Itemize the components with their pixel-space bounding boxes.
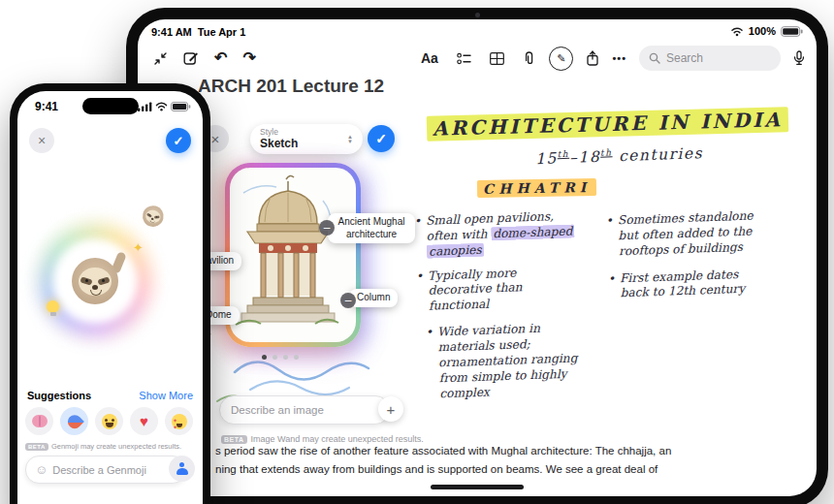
add-image-button[interactable]: + [378,396,403,422]
generated-image-frame [225,163,361,347]
note-section-chhatri: CHHATRI [477,179,597,197]
laughing-face-icon [102,414,117,429]
pencil-icon: ✎ [557,53,565,64]
carousel-dot[interactable] [294,355,299,360]
bullet-marker: • [416,268,425,315]
genmoji-disclaimer: BETA Genmoji may create unexpected resul… [25,442,181,451]
plus-icon: + [387,401,396,418]
battery-icon [171,102,191,111]
describe-image-placeholder: Describe an image [231,404,324,416]
share-icon[interactable] [586,50,599,66]
suggestions-row: ♥ [25,407,193,435]
remove-tag-button[interactable]: – [340,293,356,308]
minus-icon: – [324,221,331,236]
dynamic-island [82,98,139,114]
ipad-camera [475,13,480,17]
table-icon[interactable] [490,52,504,65]
minus-icon: – [345,294,352,308]
show-more-link[interactable]: Show More [139,390,193,401]
search-placeholder: Search [666,51,703,65]
wifi-icon [730,26,744,37]
bullet-item: • First example dates back to 12th centu… [608,267,762,302]
suggestion-paintbrush-selected[interactable] [60,407,88,435]
sparkle-icon: ✦ [133,240,144,255]
attachment-paperclip-icon[interactable] [523,51,535,66]
bullet-marker: • [605,214,614,261]
style-value: Sketch [260,138,298,150]
genmoji-close-button[interactable]: × [29,128,54,153]
describe-genmoji-input[interactable]: ☺ Describe a Genmoji [25,456,186,484]
paintbrush-comet-icon [65,412,84,431]
tag-chip-column[interactable]: – Column [349,289,398,307]
note-bullets-right: • Sometimes standalone but often added t… [605,208,761,302]
genmoji-confirm-button[interactable]: ✓ [166,128,191,153]
battery-icon [781,26,803,37]
undo-icon[interactable]: ↶ [214,50,227,66]
suggestion-star-struck[interactable] [165,407,193,435]
describe-genmoji-placeholder: Describe a Genmoji [52,464,146,476]
more-options-button[interactable]: ••• [612,53,626,64]
describe-image-input[interactable]: Describe an image [219,395,390,425]
bullet-marker: • [608,271,616,302]
style-picker[interactable]: Style Sketch ▲ ▼ [250,124,363,154]
suggestion-laughing[interactable] [95,407,123,435]
close-icon: × [211,131,220,147]
carousel-dot[interactable] [283,355,288,360]
check-icon: ✓ [375,131,387,146]
microphone-icon[interactable] [793,50,805,66]
stage: 9:41 AM Tue Apr 1 100% ↶ [0,0,834,504]
beta-badge: BETA [25,443,48,451]
note-title: ARCH 201 Lecture 12 [198,76,384,97]
format-text-button[interactable]: Aa [421,51,438,65]
suggestion-brain[interactable] [25,407,53,435]
note-body-text: s period saw the rise of another feature… [215,442,773,479]
person-icon [176,462,189,475]
iphone-status-time: 9:41 [35,100,58,113]
compose-icon[interactable] [183,50,199,66]
bullet-item: • Sometimes standalone but often added t… [605,208,760,260]
remove-tag-button[interactable]: – [319,220,335,236]
ipad-status-date: Tue Apr 1 [198,26,246,38]
suggestion-heart[interactable]: ♥ [130,407,158,435]
smiley-icon: ☺ [35,463,48,476]
chevron-down-icon: ▼ [347,140,353,144]
cellular-signal-icon [138,102,152,111]
search-icon [649,52,660,64]
ipad-home-indicator[interactable] [431,485,524,489]
genmoji-glow-ring: ✦ [39,225,151,337]
wifi-icon [155,102,168,111]
bullet-item: • Small open pavilions, often with dome-… [414,208,589,261]
suggestions-label: Suggestions [27,390,91,401]
ipad-battery-percent: 100% [749,25,776,37]
checklist-icon[interactable] [457,52,471,65]
ipad-status-time: 9:41 AM [151,26,192,38]
note-heading: ARCHITECTURE IN INDIA [427,108,788,141]
close-icon: × [38,133,46,148]
carousel-dot-active[interactable] [262,355,267,360]
search-field[interactable]: Search [639,46,781,71]
image-carousel-dots[interactable] [262,355,299,360]
genmoji-sloth-image [72,258,118,304]
ipad-screen: 9:41 AM Tue Apr 1 100% ↶ [138,19,817,496]
markup-pencil-button[interactable]: ✎ [549,47,573,71]
redo-icon[interactable]: ↷ [242,50,255,66]
carousel-dot[interactable] [273,355,277,360]
image-wand-confirm-button[interactable]: ✓ [368,125,395,152]
floating-lightbulb-icon [47,300,59,313]
heart-icon: ♥ [140,414,148,428]
bullet-item: • Typically more decorative than functio… [416,264,563,315]
collapse-icon[interactable] [153,51,168,66]
note-subheading: 15th–18th centuries [535,144,704,168]
chhatri-sketch-image [230,168,346,332]
ipad-device: 9:41 AM Tue Apr 1 100% ↶ [126,8,828,504]
memoji-person-button[interactable] [169,456,195,482]
star-struck-face-icon [172,414,187,429]
check-icon: ✓ [174,134,184,148]
tag-chip-ancient-mughal[interactable]: – Ancient Mughal architecture [328,213,415,243]
iphone-device: 9:41 × ✓ [10,83,210,504]
iphone-screen: 9:41 × ✓ [17,91,203,504]
brain-icon [32,415,48,427]
